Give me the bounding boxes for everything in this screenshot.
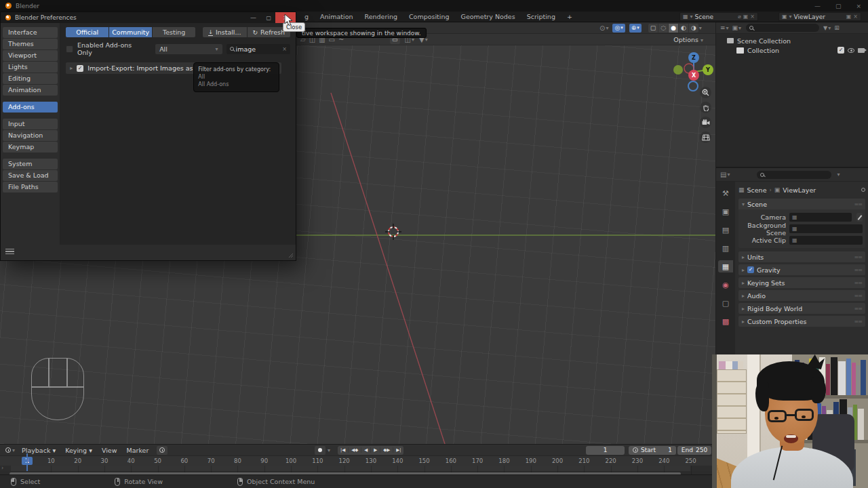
prefs-sidebar-item-themes[interactable]: Themes <box>3 39 58 49</box>
outliner-row-scene-collection[interactable]: Scene Collection <box>716 36 868 45</box>
close-button[interactable]: × <box>856 3 861 9</box>
minimize-button[interactable]: — <box>814 3 821 9</box>
perspective-grid-icon[interactable] <box>700 131 711 143</box>
add-workspace-tab[interactable]: + <box>567 13 572 20</box>
panel-rigid-body-world[interactable]: ▸Rigid Body World≡≡ <box>738 303 865 314</box>
copy-icon[interactable]: ▣ <box>846 14 852 20</box>
frame-start-field[interactable]: Start1 <box>629 446 676 455</box>
preferences-titlebar[interactable]: Blender Preferences — ▢ × <box>1 12 296 23</box>
camera-field[interactable]: ▦ <box>789 213 852 222</box>
tab-tool[interactable]: ⚒ <box>718 187 733 199</box>
tab-render[interactable]: ▣ <box>718 205 733 218</box>
tab-output[interactable]: ▤ <box>718 224 733 236</box>
hide-eye-icon[interactable] <box>848 48 854 53</box>
install-button[interactable]: ↓Install... <box>203 27 246 37</box>
timeline-editor-icon[interactable] <box>5 447 11 453</box>
annotate-icon[interactable]: ⊙ <box>599 24 605 32</box>
copy-icon[interactable]: ▣ <box>743 14 749 20</box>
workspace-tab-rendering[interactable]: Rendering <box>364 13 397 20</box>
breadcrumb-scene[interactable]: Scene <box>747 186 767 194</box>
prefs-maximize-button[interactable]: ▢ <box>266 15 271 21</box>
category-dropdown[interactable]: All▾ <box>155 44 222 54</box>
prefs-sidebar-item-editing[interactable]: Editing <box>3 73 58 84</box>
resize-grip[interactable] <box>288 253 294 258</box>
pan-view-icon[interactable] <box>700 102 711 113</box>
properties-filter-dropdown[interactable]: ▾ <box>837 171 840 178</box>
unlink-icon[interactable]: × <box>750 14 755 20</box>
timeline-menu-view[interactable]: View <box>102 447 117 454</box>
workspace-tab-geometry-nodes[interactable]: Geometry Nodes <box>461 13 515 20</box>
tab-object[interactable]: ▢ <box>718 297 733 309</box>
eyedropper-icon[interactable] <box>856 213 863 222</box>
outliner-row-collection[interactable]: Collection ✓ <box>716 45 868 55</box>
prefs-sidebar-item-animation[interactable]: Animation <box>3 85 58 96</box>
shading-material-button[interactable]: ◐ <box>679 24 688 33</box>
prefs-sidebar-item-save-load[interactable]: Save & Load <box>3 170 58 181</box>
workspace-tab-animation[interactable]: Animation <box>320 13 353 20</box>
outliner-filter-icon[interactable]: ▼ <box>823 25 827 31</box>
show-overlays-toggle[interactable]: ◌ <box>658 24 668 33</box>
panel-custom-properties[interactable]: ▸Custom Properties≡≡ <box>738 316 865 327</box>
prefs-sidebar-item-file-paths[interactable]: File Paths <box>3 182 58 192</box>
outliner-search[interactable] <box>746 24 819 32</box>
expand-chevron[interactable]: › <box>1 465 3 471</box>
proportional-edit-toggle[interactable]: ⊕▾ <box>629 24 642 33</box>
pin-icon[interactable] <box>861 188 865 192</box>
scene-selector[interactable]: ▦▾ Scene ⌀ ▣ × <box>679 12 758 21</box>
auto-keying-button[interactable] <box>315 446 326 455</box>
tab-view-layer[interactable]: ▥ <box>718 242 733 254</box>
tab-scene[interactable]: ▦ <box>718 260 733 272</box>
workspace-tab-compositing[interactable]: Compositing <box>409 13 450 20</box>
disable-render-icon[interactable] <box>858 48 865 53</box>
tab-world[interactable]: ◉ <box>718 279 733 291</box>
scene-panel-header[interactable]: ▾Scene≡≡ <box>738 199 865 209</box>
shading-solid-button[interactable]: ● <box>669 24 678 33</box>
prefs-sidebar-item-lights[interactable]: Lights <box>3 62 58 73</box>
tab-texture[interactable]: ▩ <box>718 315 733 327</box>
snap-toggle[interactable]: ◎▾ <box>612 24 625 33</box>
collection-checkbox[interactable]: ✓ <box>837 47 844 54</box>
camera-view-icon[interactable] <box>700 117 711 128</box>
prefs-sidebar-item-interface[interactable]: Interface <box>3 27 58 38</box>
panel-units[interactable]: ▸Units≡≡ <box>738 251 865 262</box>
options-dropdown[interactable]: Options ▾ <box>673 36 703 43</box>
prefs-sidebar-item-input[interactable]: Input <box>3 119 58 129</box>
panel-keying-sets[interactable]: ▸Keying Sets≡≡ <box>738 277 865 288</box>
current-frame-field[interactable]: 1 <box>586 446 625 455</box>
prefs-sidebar-item-viewport[interactable]: Viewport <box>3 50 58 61</box>
playhead-line[interactable] <box>26 453 28 471</box>
clear-search-icon[interactable]: × <box>282 46 287 52</box>
hamburger-menu-icon[interactable] <box>5 249 14 256</box>
remove-icon[interactable]: × <box>853 14 858 20</box>
expand-arrow-icon[interactable]: ▸ <box>70 65 73 71</box>
support-tab-official[interactable]: Official <box>66 27 108 37</box>
timeline-menu-marker[interactable]: Marker <box>126 447 149 454</box>
timeline-menu-playback[interactable]: Playback ▾ <box>22 447 56 454</box>
prefs-sidebar-item-add-ons[interactable]: Add-ons <box>3 102 58 113</box>
editor-type-icon[interactable]: ▤ <box>720 171 726 178</box>
zoom-view-icon[interactable] <box>700 87 711 98</box>
panel-audio[interactable]: ▸Audio≡≡ <box>738 290 865 301</box>
panel-gravity[interactable]: ▸✓Gravity≡≡ <box>738 264 865 275</box>
maximize-button[interactable]: ▢ <box>835 3 842 9</box>
gravity-checkbox[interactable]: ✓ <box>747 266 754 273</box>
pin-icon[interactable]: ⌀ <box>738 14 741 20</box>
playback-sync-icon[interactable] <box>157 446 167 455</box>
prefs-minimize-button[interactable]: — <box>250 14 256 21</box>
properties-search[interactable] <box>757 171 831 179</box>
prefs-sidebar-item-system[interactable]: System <box>3 159 58 169</box>
frame-end-field[interactable]: End250 <box>677 446 711 455</box>
show-gizmo-toggle[interactable]: ▢ <box>648 24 658 33</box>
shading-rendered-button[interactable]: ◑ <box>689 24 698 33</box>
transport-controls[interactable]: |◀◀◆◀▶◆▶▶| <box>338 446 403 455</box>
prefs-sidebar-item-keymap[interactable]: Keymap <box>3 142 58 152</box>
background-scene-field[interactable]: ▦ <box>789 224 863 233</box>
breadcrumb-viewlayer[interactable]: ViewLayer <box>783 186 816 194</box>
support-tab-community[interactable]: Community <box>109 27 152 37</box>
addon-search-input[interactable]: image × <box>226 44 290 54</box>
timeline-menu-keying[interactable]: Keying ▾ <box>65 447 92 454</box>
navigation-gizmo[interactable]: Z Y X <box>671 49 715 93</box>
viewlayer-selector[interactable]: ▣▾ ViewLayer ▣ × <box>778 12 861 21</box>
workspace-tab-partial[interactable]: g <box>304 13 309 20</box>
outliner-display-mode-icon[interactable]: ≡ <box>720 24 726 31</box>
